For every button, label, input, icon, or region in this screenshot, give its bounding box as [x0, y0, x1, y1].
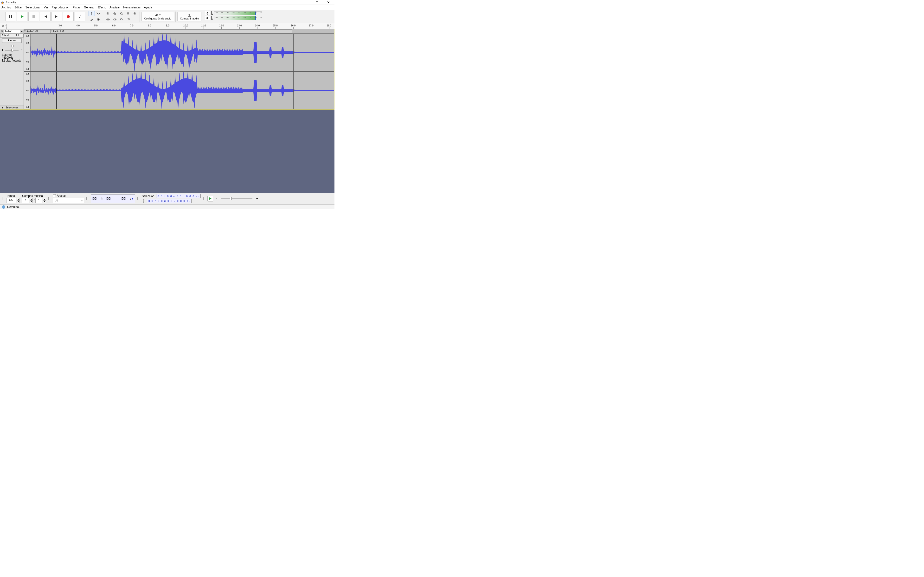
- menu-reproduccion[interactable]: Reproducción: [52, 6, 69, 9]
- zoom-in-button[interactable]: [105, 11, 111, 16]
- menu-ver[interactable]: Ver: [44, 6, 48, 9]
- silence-button[interactable]: [111, 17, 118, 22]
- playback-meter[interactable]: -54-48-42-36-30-24-18-12-6: [214, 16, 262, 20]
- record-meter[interactable]: -54-48-42-36-30-24-18-12-6: [214, 11, 262, 15]
- maximize-button[interactable]: ▢: [313, 0, 320, 4]
- timesig-upper-spinner[interactable]: ▲▼: [30, 198, 33, 203]
- track-name-field[interactable]: Audio 1: [3, 30, 20, 33]
- toolbar-grip[interactable]: [203, 194, 205, 203]
- speed-plus: +: [256, 197, 258, 200]
- menu-herramientas[interactable]: Herramientas: [123, 6, 141, 9]
- left-channel: 1,00,50,0-0,5-1,0: [24, 34, 334, 72]
- snap-combo[interactable]: 1/8: [53, 198, 84, 203]
- menu-seleccionar[interactable]: Seleccionar: [25, 6, 40, 9]
- tempo-spinner[interactable]: ▲▼: [17, 198, 20, 203]
- clip-menu-button[interactable]: ⋯: [44, 30, 50, 33]
- menu-editar[interactable]: Editar: [15, 6, 22, 9]
- loop-button[interactable]: [74, 12, 85, 21]
- trim-button[interactable]: [105, 17, 111, 22]
- speed-minus: −: [216, 197, 217, 200]
- toolbar-grip[interactable]: [86, 194, 88, 203]
- clip-menu-button[interactable]: ⋯: [286, 30, 292, 33]
- selection-end-input[interactable]: 0 0 h 0 0 m 0 0 . 0 0 0 s: [147, 199, 191, 203]
- record-button[interactable]: [63, 12, 74, 21]
- fit-project-button[interactable]: [125, 11, 131, 16]
- toolbar-grip[interactable]: [2, 194, 3, 203]
- fit-selection-button[interactable]: [118, 11, 124, 16]
- undo-button[interactable]: [118, 17, 124, 22]
- svg-point-21: [2, 25, 3, 27]
- vertical-scale: 1,00,50,0-0,5-1,0: [24, 72, 31, 110]
- selection-tool[interactable]: [89, 11, 95, 16]
- track-close-button[interactable]: ✕: [0, 30, 3, 33]
- timesig-lower-input[interactable]: 4: [36, 198, 42, 203]
- settings-icon[interactable]: [142, 199, 145, 203]
- toolbar-grip[interactable]: [137, 194, 139, 203]
- selection-start-input[interactable]: 0 0 h 0 0 m 0 0 . 0 0 0 s: [156, 194, 200, 198]
- waveform-left[interactable]: [31, 34, 334, 71]
- time-display[interactable]: 00 h 00 m 00 s: [91, 194, 135, 203]
- vertical-scale: 1,00,50,0-0,5-1,0: [24, 34, 31, 71]
- record-meter-button[interactable]: [205, 11, 210, 15]
- meter-ticks: -54-48-42-36-30-24-18-12-6: [215, 11, 262, 15]
- svg-marker-23: [209, 197, 212, 200]
- meters-group: LR -54-48-42-36-30-24-18-12-6 LR -54-48-…: [204, 11, 263, 23]
- timeline-ruler[interactable]: 03,04,05,06,07,08,09,010,011,012,013,014…: [0, 23, 334, 29]
- stop-button[interactable]: [28, 12, 39, 21]
- menu-ayuda[interactable]: Ayuda: [144, 6, 152, 9]
- timesig-lower-spinner[interactable]: ▲▼: [43, 198, 46, 203]
- timeline-settings-icon[interactable]: [1, 24, 5, 28]
- tempo-input[interactable]: 120: [6, 198, 16, 203]
- playback-meter-button[interactable]: [205, 16, 210, 20]
- skip-start-button[interactable]: [40, 12, 50, 21]
- timesig-upper-input[interactable]: 4: [22, 198, 29, 203]
- svg-point-18: [134, 13, 135, 14]
- track-collapse-button[interactable]: ▲: [0, 106, 5, 109]
- minimize-button[interactable]: —: [302, 0, 309, 4]
- track-waveform-area[interactable]: ⠿Audio 1 #1⋯ ⠿Audio 1 #2⋯ 1,00,50,0-0,5-…: [24, 29, 334, 110]
- menu-efecto[interactable]: Efecto: [98, 6, 106, 9]
- meter-lr-label: LR: [211, 16, 213, 20]
- skip-end-button[interactable]: [52, 12, 62, 21]
- svg-rect-4: [11, 15, 12, 18]
- share-audio-button[interactable]: Compartir audio: [177, 12, 201, 21]
- track-select-button[interactable]: Seleccionar: [5, 106, 19, 109]
- solo-button[interactable]: Solo: [12, 34, 24, 37]
- effects-button[interactable]: Efectos: [2, 39, 22, 43]
- snap-checkbox[interactable]: [53, 194, 56, 197]
- zoom-out-button[interactable]: [111, 11, 118, 16]
- envelope-tool[interactable]: [95, 11, 102, 16]
- svg-marker-5: [21, 15, 24, 18]
- status-text: Detenido.: [7, 205, 19, 209]
- playback-speed-slider[interactable]: [221, 198, 252, 199]
- draw-tool[interactable]: [89, 17, 95, 22]
- close-button[interactable]: ✕: [325, 0, 332, 4]
- speaker-icon: [155, 13, 158, 17]
- zoom-toggle-button[interactable]: [132, 11, 138, 16]
- audio-setup-button[interactable]: ▾ Configuración de audio: [142, 12, 174, 21]
- play-button[interactable]: [17, 12, 27, 21]
- track-area: ✕ Audio 1 ▼ Silencio Solo Efectos −+ LR …: [0, 29, 334, 193]
- redo-button[interactable]: [125, 17, 131, 22]
- multi-tool[interactable]: [95, 17, 102, 22]
- svg-rect-15: [121, 13, 122, 14]
- waveform-right[interactable]: [31, 72, 334, 110]
- pan-slider[interactable]: LR: [2, 48, 22, 52]
- clip-title: Audio 1 #2: [52, 30, 65, 33]
- tempo-label: Tempo: [6, 194, 20, 198]
- menu-analizar[interactable]: Analizar: [110, 6, 120, 9]
- menu-archivo[interactable]: Archivo: [2, 6, 11, 9]
- menu-pistas[interactable]: Pistas: [73, 6, 81, 9]
- gain-slider[interactable]: −+: [2, 44, 22, 48]
- clip-1[interactable]: ⠿Audio 1 #1⋯: [24, 29, 50, 34]
- clip-2[interactable]: ⠿Audio 1 #2⋯: [50, 29, 292, 34]
- menu-generar[interactable]: Generar: [84, 6, 95, 9]
- audio-setup-label: Configuración de audio: [144, 17, 171, 20]
- pause-button[interactable]: [5, 12, 16, 21]
- mute-button[interactable]: Silencio: [0, 34, 12, 37]
- svg-point-11: [67, 15, 70, 18]
- track-menu-button[interactable]: ▼: [20, 30, 24, 33]
- toolbar-grip[interactable]: [1, 11, 2, 23]
- play-at-speed-button[interactable]: [207, 196, 213, 201]
- toolbar-grip[interactable]: [48, 194, 50, 203]
